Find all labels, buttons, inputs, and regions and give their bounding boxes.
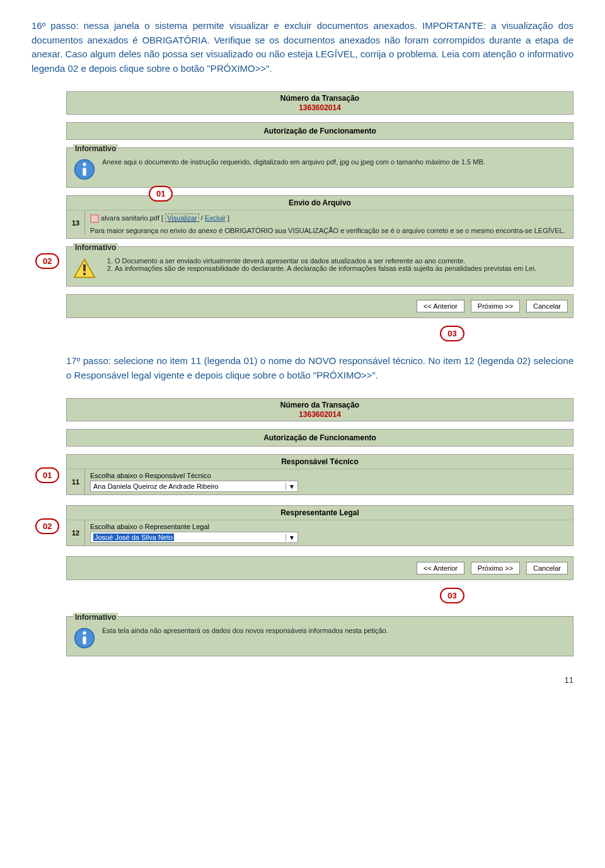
informativo3-panel: Informativo Esta tela ainda não apresent… [66,616,573,656]
informativo2-panel: 02 Informativo O Documento a ser enviado… [66,246,573,287]
auth-title-2: Autorização de Funcionamento [67,430,573,446]
resp-legal-panel: 02 Respresentante Legal 12 Escolha abaix… [66,505,573,546]
callout-03-step17: 03 [440,588,464,603]
resp-legal-num: 12 [67,520,85,545]
chevron-down-icon: ▼ [285,483,295,490]
transaction-panel-2: Número da Transação 1363602014 [66,398,573,421]
svg-point-8 [83,631,86,634]
proximo-button[interactable]: Próximo >> [471,300,520,312]
cancelar-button-2[interactable]: Cancelar [526,562,568,574]
transaction-value-2: 1363602014 [67,410,573,421]
transaction-value: 1363602014 [67,103,573,114]
buttons-panel-2: << Anterior Próximo >> Cancelar [66,556,573,580]
envio-row-num: 13 [67,210,85,236]
envio-title: Envio do Arquivo [67,196,573,210]
envio-panel: 01 Envio do Arquivo 13 alvara sanitario.… [66,195,573,239]
proximo-button-2[interactable]: Próximo >> [471,562,520,574]
svg-point-1 [83,163,86,166]
informativo1-label: Informativo [73,144,118,153]
pdf-icon [90,214,99,223]
svg-rect-3 [91,215,98,222]
window-step17: Número da Transação 1363602014 Autorizaç… [66,398,573,656]
informativo3-text: Esta tela ainda não apresentará os dados… [102,627,388,634]
auth-title: Autorização de Funcionamento [67,123,573,139]
step17-text: 17º passo: selecione no item 11 (legenda… [66,354,573,382]
step16-text: 16º passo: nessa janela o sistema permit… [32,19,573,76]
svg-rect-2 [83,168,86,176]
page-number: 11 [32,675,573,685]
resp-tecnico-num: 11 [67,469,85,494]
info-icon [73,158,96,181]
resp-legal-value: Josué José da Silva Neto [93,534,174,541]
anterior-button-2[interactable]: << Anterior [417,562,464,574]
resp-legal-label: Escolha abaixo o Representante Legal [90,523,568,530]
resp-legal-dropdown[interactable]: Josué José da Silva Neto ▼ [90,532,298,543]
cancelar-button[interactable]: Cancelar [526,300,568,312]
callout-02-step17: 02 [35,518,59,534]
svg-rect-9 [83,636,86,644]
informativo1-text: Anexe aqui o documento de instrução requ… [102,158,485,166]
informativo2-item2: As informações são de responsabilidade d… [115,265,536,272]
resp-tecnico-dropdown[interactable]: Ana Daniela Queiroz de Andrade Ribeiro ▼ [90,481,298,492]
auth-panel: Autorização de Funcionamento [66,122,573,140]
informativo2-item1: O Documento a ser enviado virtualmente d… [115,257,536,265]
callout-03-step16: 03 [440,326,464,341]
informativo3-label: Informativo [73,613,118,622]
resp-legal-title: Respresentante Legal [67,506,573,520]
callout-02-step16: 02 [35,253,59,269]
info-icon [73,627,96,649]
svg-rect-6 [83,273,86,275]
callout-01-step16: 01 [149,186,173,202]
envio-filename: alvara sanitario.pdf [101,214,159,222]
transaction-panel: Número da Transação 1363602014 [66,91,573,115]
chevron-down-icon: ▼ [285,534,295,541]
transaction-label-2: Número da Transação [67,399,573,410]
envio-note: Para maior segurança no envio do anexo é… [90,227,568,234]
svg-rect-5 [83,265,86,271]
informativo2-label: Informativo [73,243,118,252]
informativo1-panel: Informativo Anexe aqui o documento de in… [66,147,573,188]
resp-tecnico-title: Responsável Técnico [67,455,573,469]
sep: / [201,214,203,222]
visualizar-link[interactable]: Visualizar [165,214,199,222]
resp-tecnico-value: Ana Daniela Queiroz de Andrade Ribeiro [93,483,219,490]
window-step16: Número da Transação 1363602014 Autorizaç… [66,91,573,341]
resp-tecnico-label: Escolha abaixo o Responsável Técnico [90,472,568,479]
anterior-button[interactable]: << Anterior [417,300,464,312]
warning-icon [73,257,96,280]
bracket-close: ] [228,214,229,222]
callout-01-step17: 01 [35,467,59,483]
auth-panel-2: Autorização de Funcionamento [66,429,573,447]
buttons-panel-1: << Anterior Próximo >> Cancelar [66,294,573,318]
resp-tecnico-panel: 01 Responsável Técnico 11 Escolha abaixo… [66,454,573,495]
excluir-link[interactable]: Excluir [205,214,226,222]
bracket-open: [ [161,214,163,222]
transaction-label: Número da Transação [67,92,573,103]
